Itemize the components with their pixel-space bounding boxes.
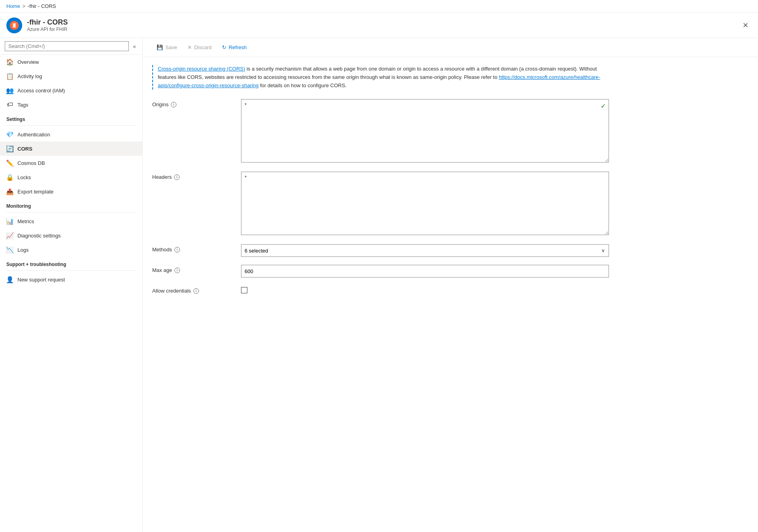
main-layout: « 🏠 Overview 📋 Activity log 👥 Access con… [0, 38, 758, 532]
refresh-label: Refresh [229, 44, 247, 50]
monitoring-divider [6, 212, 136, 212]
nav-label-metrics: Metrics [17, 218, 34, 224]
nav-label-diagnostic-settings: Diagnostic settings [17, 233, 61, 239]
nav-item-logs[interactable]: 📉 Logs [0, 243, 142, 257]
nav-label-cosmos-db: Cosmos DB [17, 160, 45, 166]
allow-credentials-checkbox[interactable] [241, 287, 247, 293]
origins-label: Origins i [152, 99, 232, 107]
search-input[interactable] [5, 41, 129, 51]
save-label: Save [165, 44, 177, 50]
support-divider [6, 270, 136, 271]
nav-item-activity-log[interactable]: 📋 Activity log [0, 69, 142, 83]
content-area: 💾 Save ✕ Discard ↻ Refresh Cross-origin … [143, 38, 758, 532]
headers-textarea[interactable]: * [241, 172, 609, 235]
breadcrumb-sep: > [23, 4, 25, 9]
settings-divider [6, 125, 136, 126]
close-button[interactable]: ✕ [739, 19, 752, 31]
cors-link[interactable]: Cross-origin resource sharing (CORS) [158, 66, 245, 72]
locks-icon: 🔒 [6, 174, 13, 181]
nav-item-metrics[interactable]: 📊 Metrics [0, 214, 142, 228]
refresh-button[interactable]: ↻ Refresh [218, 41, 251, 54]
nav-item-authentication[interactable]: 💎 Authentication [0, 127, 142, 142]
nav-item-access-control[interactable]: 👥 Access control (IAM) [0, 83, 142, 98]
new-support-request-icon: 👤 [6, 276, 13, 283]
resource-title-block: -fhir - CORS Azure API for FHIR [27, 18, 739, 32]
toolbar: 💾 Save ✕ Discard ↻ Refresh [143, 38, 758, 57]
origins-checkmark: ✓ [601, 102, 606, 110]
activity-log-icon: 📋 [6, 73, 13, 80]
discard-label: Discard [194, 44, 212, 50]
sidebar: « 🏠 Overview 📋 Activity log 👥 Access con… [0, 38, 143, 532]
methods-info-icon[interactable]: i [174, 247, 180, 253]
cors-description: Cross-origin resource sharing (CORS) is … [152, 65, 609, 90]
nav-item-tags[interactable]: 🏷 Tags [0, 98, 142, 112]
breadcrumb-current: -fhir - CORS [28, 3, 56, 9]
max-age-row: Max age i [152, 265, 609, 277]
methods-control: 6 selected [241, 244, 609, 257]
logs-icon: 📉 [6, 246, 13, 253]
refresh-icon: ↻ [222, 44, 226, 50]
nav-label-cors: CORS [17, 146, 33, 152]
origins-control: * ✓ [241, 99, 609, 164]
nav-item-overview[interactable]: 🏠 Overview [0, 55, 142, 69]
nav-label-tags: Tags [17, 102, 28, 108]
access-control-icon: 👥 [6, 87, 13, 94]
nav-item-cosmos-db[interactable]: ✏️ Cosmos DB [0, 156, 142, 170]
allow-credentials-info-icon[interactable]: i [193, 288, 199, 294]
allow-credentials-checkbox-wrapper [241, 285, 609, 293]
allow-credentials-label: Allow credentials i [152, 285, 232, 294]
origins-row: Origins i * ✓ [152, 99, 609, 164]
max-age-info-icon[interactable]: i [174, 268, 180, 273]
max-age-label: Max age i [152, 265, 232, 273]
nav-label-logs: Logs [17, 247, 29, 253]
headers-row: Headers i * [152, 172, 609, 236]
nav-label-new-support-request: New support request [17, 277, 65, 283]
methods-label: Methods i [152, 244, 232, 253]
collapse-button[interactable]: « [131, 42, 138, 51]
export-template-icon: 📤 [6, 188, 13, 195]
resource-icon [6, 17, 22, 33]
headers-info-icon[interactable]: i [174, 174, 180, 180]
description-end: for details on how to configure CORS. [258, 82, 346, 88]
nav-item-cors[interactable]: 🔄 CORS [0, 142, 142, 156]
headers-label: Headers i [152, 172, 232, 180]
authentication-icon: 💎 [6, 131, 13, 138]
nav-label-access-control: Access control (IAM) [17, 88, 65, 94]
save-button[interactable]: 💾 Save [152, 41, 182, 54]
breadcrumb-bar: Home > -fhir - CORS [0, 0, 758, 13]
diagnostic-settings-icon: 📈 [6, 232, 13, 239]
methods-select[interactable]: 6 selected [241, 244, 609, 257]
methods-select-wrapper: 6 selected [241, 244, 609, 257]
discard-button[interactable]: ✕ Discard [183, 41, 216, 54]
resource-title: -fhir - CORS [27, 18, 739, 27]
origins-info-icon[interactable]: i [171, 102, 176, 107]
methods-row: Methods i 6 selected [152, 244, 609, 257]
origins-textarea[interactable]: * [241, 99, 609, 163]
nav-item-diagnostic-settings[interactable]: 📈 Diagnostic settings [0, 228, 142, 243]
nav-label-export-template: Export template [17, 189, 54, 195]
svg-point-1 [13, 24, 16, 27]
resource-subtitle: Azure API for FHIR [27, 27, 739, 32]
headers-textarea-wrapper: * [241, 172, 609, 236]
nav-label-authentication: Authentication [17, 132, 50, 138]
breadcrumb-home[interactable]: Home [6, 3, 20, 9]
overview-icon: 🏠 [6, 58, 13, 65]
nav-label-activity-log: Activity log [17, 73, 42, 79]
discard-icon: ✕ [188, 44, 192, 50]
resource-header: -fhir - CORS Azure API for FHIR ✕ [0, 13, 758, 38]
metrics-icon: 📊 [6, 218, 13, 225]
allow-credentials-control [241, 285, 609, 293]
nav-item-locks[interactable]: 🔒 Locks [0, 170, 142, 184]
nav-item-new-support-request[interactable]: 👤 New support request [0, 272, 142, 287]
max-age-control [241, 265, 609, 277]
save-icon: 💾 [157, 44, 163, 50]
cors-icon: 🔄 [6, 145, 13, 152]
max-age-input[interactable] [241, 265, 609, 277]
content-body: Cross-origin resource sharing (CORS) is … [143, 57, 618, 310]
settings-section-label: Settings [0, 112, 142, 124]
headers-control: * [241, 172, 609, 236]
sidebar-search-row: « [0, 38, 142, 55]
nav-label-locks: Locks [17, 174, 31, 180]
nav-item-export-template[interactable]: 📤 Export template [0, 184, 142, 199]
cosmos-db-icon: ✏️ [6, 159, 13, 166]
